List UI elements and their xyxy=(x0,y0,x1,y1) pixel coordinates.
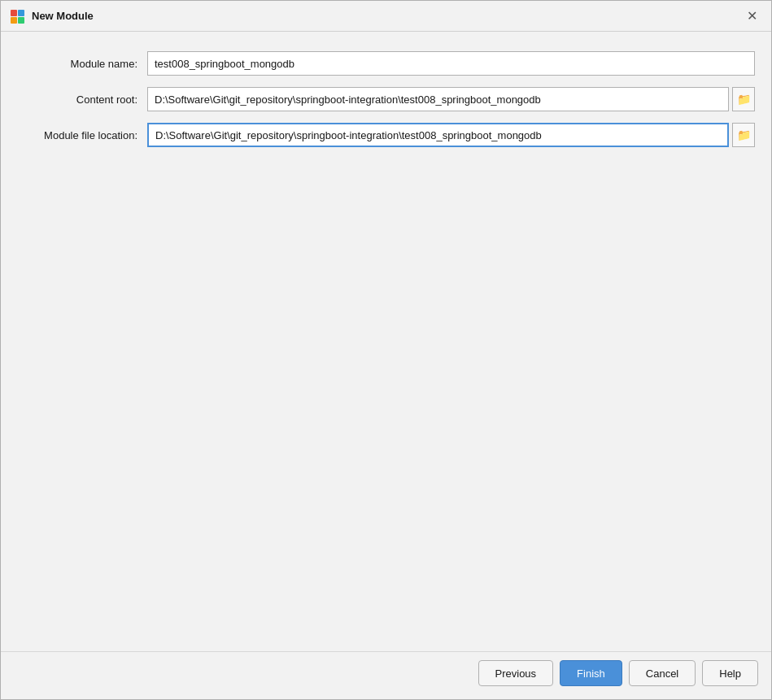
svg-rect-3 xyxy=(18,17,24,24)
content-spacer xyxy=(17,159,755,638)
module-file-location-row: Module file location: 📁 xyxy=(17,123,755,147)
form-content: Module name: Content root: 📁 Module file… xyxy=(1,32,771,651)
module-name-input[interactable] xyxy=(147,51,755,76)
title-bar: New Module ✕ xyxy=(1,1,771,32)
new-module-dialog: New Module ✕ Module name: Content root: … xyxy=(0,0,772,700)
help-button[interactable]: Help xyxy=(702,660,758,686)
finish-button[interactable]: Finish xyxy=(560,660,622,686)
content-root-browse-button[interactable]: 📁 xyxy=(732,87,755,111)
dialog-footer: Previous Finish Cancel Help xyxy=(1,651,771,699)
module-name-input-wrapper xyxy=(147,51,755,76)
svg-rect-2 xyxy=(11,17,17,24)
content-root-label: Content root: xyxy=(17,93,147,106)
previous-button[interactable]: Previous xyxy=(478,660,554,686)
folder-icon: 📁 xyxy=(737,93,751,106)
module-file-location-input-wrapper: 📁 xyxy=(147,123,755,147)
module-name-label: Module name: xyxy=(17,58,147,70)
content-root-row: Content root: 📁 xyxy=(17,87,755,111)
content-root-input-wrapper: 📁 xyxy=(147,87,755,111)
module-icon xyxy=(9,8,25,24)
dialog-title: New Module xyxy=(32,10,734,22)
module-file-location-input[interactable] xyxy=(147,123,729,147)
cancel-button[interactable]: Cancel xyxy=(629,660,696,686)
module-file-location-label: Module file location: xyxy=(17,129,147,141)
close-button[interactable]: ✕ xyxy=(740,5,763,28)
module-name-row: Module name: xyxy=(17,51,755,76)
content-root-input[interactable] xyxy=(147,87,729,111)
folder-icon-2: 📁 xyxy=(737,128,751,141)
svg-rect-0 xyxy=(11,10,17,16)
module-file-location-browse-button[interactable]: 📁 xyxy=(732,123,755,147)
svg-rect-1 xyxy=(18,10,24,16)
